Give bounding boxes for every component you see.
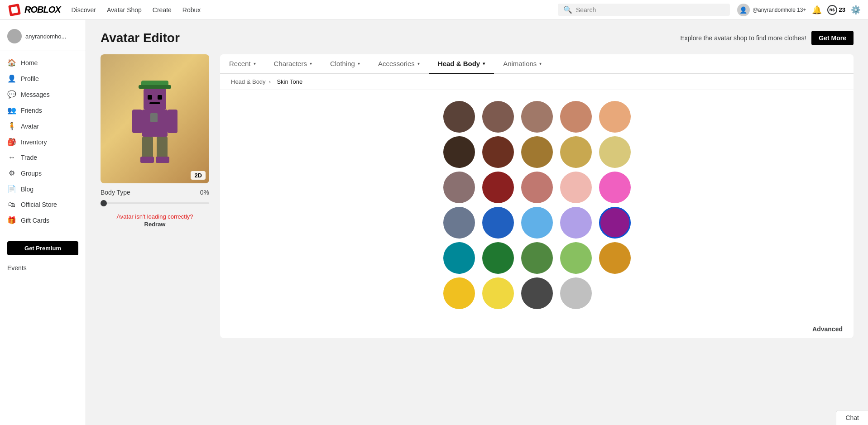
sidebar-item-avatar[interactable]: 🧍 Avatar: [0, 118, 86, 134]
tab-animations[interactable]: Animations ▾: [494, 54, 551, 73]
tab-clothing[interactable]: Clothing ▾: [321, 54, 369, 73]
tab-head-body-arrow: ▾: [483, 61, 485, 66]
skin-tone-2-4[interactable]: [599, 172, 631, 203]
get-premium-button[interactable]: Get Premium: [7, 241, 78, 255]
body-type-label: Body Type: [101, 189, 130, 196]
sidebar-item-inventory[interactable]: 🎒 Inventory: [0, 134, 86, 150]
sidebar: anyrandomho... 🏠 Home 👤 Profile 💬 Messag…: [0, 20, 86, 425]
friends-icon: 👥: [7, 106, 16, 115]
skin-tone-0-0[interactable]: [443, 101, 475, 133]
skin-tone-row-2: [238, 172, 835, 203]
sidebar-item-home[interactable]: 🏠 Home: [0, 55, 86, 71]
search-input[interactable]: [576, 6, 724, 14]
sidebar-item-trade[interactable]: ↔ Trade: [0, 150, 86, 165]
svg-rect-1: [11, 6, 18, 13]
svg-rect-11: [132, 110, 142, 133]
advanced-link[interactable]: Advanced: [220, 320, 854, 338]
svg-rect-8: [149, 102, 160, 104]
svg-rect-5: [144, 89, 166, 110]
blog-icon: 📄: [7, 185, 16, 193]
body-type-slider[interactable]: [101, 202, 209, 204]
sidebar-item-friends-label: Friends: [21, 107, 42, 114]
sidebar-item-events[interactable]: Events: [0, 261, 86, 275]
roblox-logo[interactable]: ROBLOX: [7, 3, 61, 17]
svg-rect-14: [157, 137, 168, 159]
skin-tone-3-2[interactable]: [521, 207, 553, 239]
skin-tone-row-4: [238, 242, 835, 274]
skin-tone-4-4[interactable]: [599, 242, 631, 274]
sidebar-item-blog[interactable]: 📄 Blog: [0, 181, 86, 197]
skin-tone-5-4[interactable]: [599, 277, 631, 309]
skin-tone-2-2[interactable]: [521, 172, 553, 203]
robux-icon: R$: [827, 5, 837, 15]
sidebar-item-messages-label: Messages: [21, 91, 50, 98]
skin-tone-3-1[interactable]: [482, 207, 514, 239]
robux-count: 23: [839, 6, 845, 13]
sidebar-item-home-label: Home: [21, 59, 38, 67]
chat-widget[interactable]: Chat: [836, 410, 868, 425]
skin-tone-4-3[interactable]: [560, 242, 592, 274]
skin-tone-5-1[interactable]: [482, 277, 514, 309]
topnav-discover[interactable]: Discover: [72, 6, 96, 14]
sidebar-item-profile[interactable]: 👤 Profile: [0, 71, 86, 86]
skin-tone-2-1[interactable]: [482, 172, 514, 203]
user-menu[interactable]: 👤 @anyrandomhole 13+: [737, 4, 806, 16]
sidebar-item-gift-cards[interactable]: 🎁 Gift Cards: [0, 212, 86, 228]
sidebar-item-friends[interactable]: 👥 Friends: [0, 102, 86, 118]
sidebar-item-messages[interactable]: 💬 Messages: [0, 86, 86, 102]
sidebar-user-profile[interactable]: anyrandomho...: [0, 25, 86, 51]
skin-tone-2-0[interactable]: [443, 172, 475, 203]
skin-tone-4-2[interactable]: [521, 242, 553, 274]
skin-tone-5-2[interactable]: [521, 277, 553, 309]
tab-recent[interactable]: Recent ▾: [220, 54, 265, 73]
skin-tone-3-0[interactable]: [443, 207, 475, 239]
shop-promo: Explore the avatar shop to find more clo…: [680, 31, 854, 45]
skin-tone-2-3[interactable]: [560, 172, 592, 203]
inventory-icon: 🎒: [7, 138, 16, 146]
get-more-button[interactable]: Get More: [811, 31, 854, 45]
skin-tone-1-0[interactable]: [443, 136, 475, 168]
topnav-avatar-shop[interactable]: Avatar Shop: [107, 6, 142, 14]
topnav-links: Discover Avatar Shop Create Robux: [72, 6, 558, 14]
topnav-robux[interactable]: Robux: [182, 6, 201, 14]
skin-tone-5-0[interactable]: [443, 277, 475, 309]
breadcrumb-parent-link[interactable]: Head & Body: [231, 78, 266, 85]
skin-tone-1-2[interactable]: [521, 136, 553, 168]
svg-rect-7: [158, 95, 162, 100]
skin-tone-3-4[interactable]: [599, 207, 631, 239]
notification-bell-icon[interactable]: 🔔: [812, 5, 822, 15]
avatar-issue-text: Avatar isn't loading correctly?: [101, 213, 209, 220]
skin-tone-0-1[interactable]: [482, 101, 514, 133]
redraw-link[interactable]: Redraw: [101, 221, 209, 228]
settings-icon[interactable]: ⚙️: [851, 5, 861, 15]
sidebar-item-blog-label: Blog: [21, 186, 34, 193]
twod-badge[interactable]: 2D: [191, 171, 206, 180]
topnav-create[interactable]: Create: [153, 6, 172, 14]
sidebar-item-official-store[interactable]: 🛍 Official Store: [0, 197, 86, 212]
robux-counter[interactable]: R$ 23: [827, 5, 845, 15]
sidebar-item-profile-label: Profile: [21, 75, 39, 82]
tab-head-body[interactable]: Head & Body ▾: [429, 54, 494, 73]
breadcrumb: Head & Body › Skin Tone: [220, 74, 854, 90]
topnav-right: 👤 @anyrandomhole 13+ 🔔 R$ 23 ⚙️: [737, 4, 861, 16]
tab-recent-arrow: ▾: [254, 61, 256, 66]
sidebar-item-groups[interactable]: ⚙ Groups: [0, 165, 86, 181]
skin-tone-row-1: [238, 136, 835, 168]
skin-tone-1-1[interactable]: [482, 136, 514, 168]
tab-accessories[interactable]: Accessories ▾: [369, 54, 429, 73]
skin-tone-0-2[interactable]: [521, 101, 553, 133]
skin-tone-3-3[interactable]: [560, 207, 592, 239]
main-content: Avatar Editor Explore the avatar shop to…: [86, 20, 868, 425]
groups-icon: ⚙: [7, 169, 16, 177]
tab-characters[interactable]: Characters ▾: [265, 54, 321, 73]
skin-tone-0-3[interactable]: [560, 101, 592, 133]
skin-tone-4-1[interactable]: [482, 242, 514, 274]
sidebar-item-official-store-label: Official Store: [21, 201, 57, 208]
skin-tone-0-4[interactable]: [599, 101, 631, 133]
body-type-row: Body Type 0%: [101, 189, 209, 196]
skin-tone-1-3[interactable]: [560, 136, 592, 168]
skin-tone-1-4[interactable]: [599, 136, 631, 168]
skin-tone-5-3[interactable]: [560, 277, 592, 309]
skin-tone-4-0[interactable]: [443, 242, 475, 274]
editor-body: 2D Body Type 0% Avatar isn't loading cor…: [101, 54, 854, 338]
